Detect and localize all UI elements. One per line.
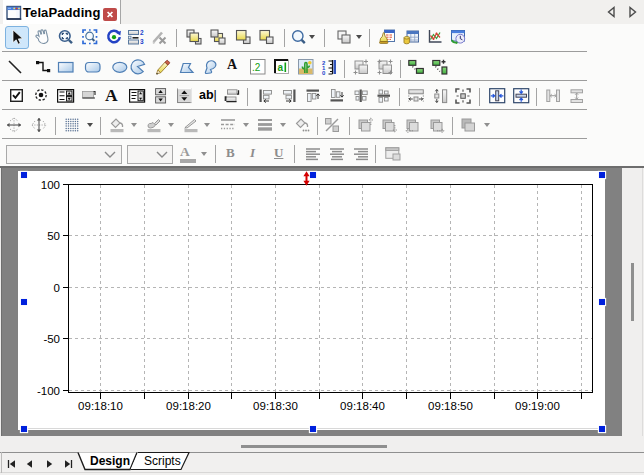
svg-text:09:18:20: 09:18:20: [166, 400, 211, 412]
svg-text:a: a: [278, 62, 284, 73]
svg-text:Scripts: Scripts: [144, 454, 181, 468]
svg-text:09:18:50: 09:18:50: [428, 400, 473, 412]
svg-text:-100: -100: [37, 385, 60, 397]
svg-text:09:18:10: 09:18:10: [78, 400, 123, 412]
svg-text:2: 2: [140, 29, 144, 36]
svg-text:Design: Design: [90, 454, 130, 468]
svg-text:50: 50: [47, 230, 60, 242]
svg-text:09:19:00: 09:19:00: [515, 400, 560, 412]
svg-text:09:18:30: 09:18:30: [253, 400, 298, 412]
svg-text:100: 100: [41, 179, 60, 191]
svg-text:3: 3: [140, 38, 144, 45]
svg-text:0: 0: [322, 70, 326, 76]
svg-text:.2: .2: [252, 62, 261, 73]
svg-text:09:18:40: 09:18:40: [340, 400, 385, 412]
svg-text:-50: -50: [43, 333, 60, 345]
svg-text:0: 0: [54, 282, 60, 294]
